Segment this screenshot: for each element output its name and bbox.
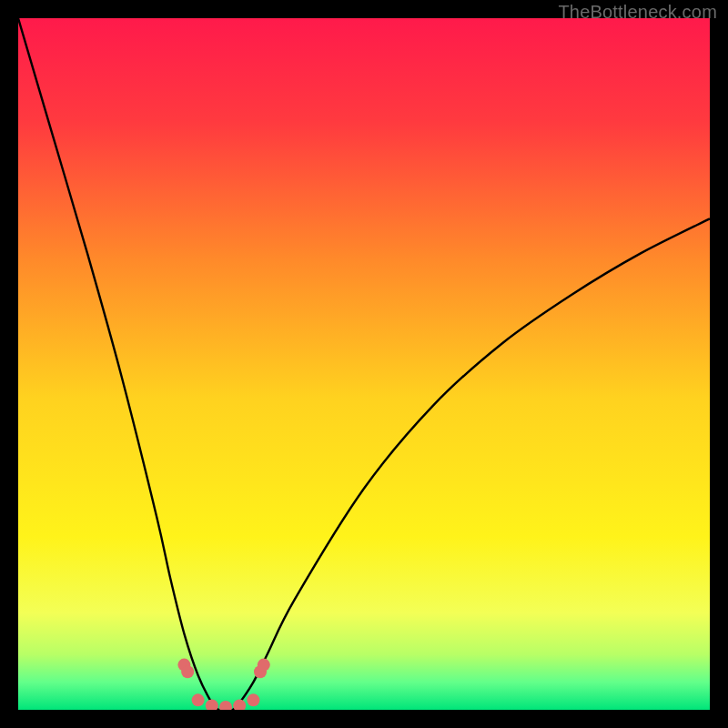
marker-dot xyxy=(258,659,270,672)
bottleneck-curve xyxy=(18,18,710,710)
marker-dot xyxy=(181,665,194,678)
curve-layer xyxy=(18,18,710,710)
near-optimum-markers xyxy=(177,659,269,710)
marker-dot xyxy=(233,699,246,710)
chart-frame: TheBottleneck.com xyxy=(0,0,728,728)
marker-dot xyxy=(192,693,205,706)
plot-area xyxy=(18,18,710,710)
marker-dot xyxy=(247,693,259,706)
marker-dot xyxy=(219,701,232,710)
marker-dot xyxy=(206,699,218,710)
